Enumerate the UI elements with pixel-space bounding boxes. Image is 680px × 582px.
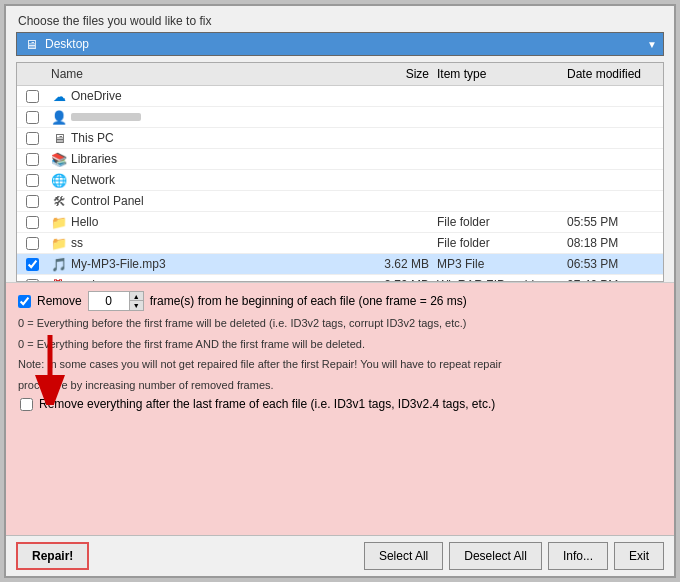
file-date-0 [563,95,663,97]
file-size-0 [363,95,433,97]
file-type-7: File folder [433,235,563,251]
spin-up-button[interactable]: ▲ [129,292,143,301]
file-type-3 [433,158,563,160]
file-size-4 [363,179,433,181]
file-list: Name Size Item type Date modified ☁OneDr… [16,62,664,282]
checkbox-7[interactable] [26,237,39,250]
remove-checkbox[interactable] [18,295,31,308]
checkbox-0[interactable] [26,90,39,103]
checkbox-4[interactable] [26,174,39,187]
dialog-title: Choose the files you would like to fix [6,6,674,32]
exit-button[interactable]: Exit [614,542,664,570]
file-name-8: My-MP3-File.mp3 [71,257,166,271]
col-header-name: Name [47,65,363,83]
file-name-6: Hello [71,215,98,229]
file-type-0 [433,95,563,97]
info-button[interactable]: Info... [548,542,608,570]
checkbox-6[interactable] [26,216,39,229]
controlpanel-icon: 🛠 [51,193,67,209]
file-type-2 [433,137,563,139]
table-row: 🖥This PC [17,128,663,149]
chevron-down-icon: ▼ [647,39,657,50]
file-type-8: MP3 File [433,256,563,272]
checkbox-8[interactable] [26,258,39,271]
file-size-2 [363,137,433,139]
table-row: ☁OneDrive [17,86,663,107]
table-row: 🛠Control Panel [17,191,663,212]
file-date-8: 06:53 PM [563,256,663,272]
checkbox-2[interactable] [26,132,39,145]
deselect-all-button[interactable]: Deselect All [449,542,542,570]
checkbox-3[interactable] [26,153,39,166]
row-checkbox-5[interactable] [17,195,47,208]
folder-icon: 📁 [51,214,67,230]
table-row: 🎵My-MP3-File.mp3 3.62 MB MP3 File 06:53 … [17,254,663,275]
frame-input[interactable] [89,292,129,310]
checkbox-5[interactable] [26,195,39,208]
person-icon: 👤 [51,109,67,125]
file-size-3 [363,158,433,160]
file-size-6 [363,221,433,223]
col-header-date: Date modified [563,65,663,83]
remove-last-label: Remove everything after the last frame o… [39,397,495,411]
header-check [17,65,47,83]
row-checkbox-2[interactable] [17,132,47,145]
table-row: 📁Hello File folder 05:55 PM [17,212,663,233]
file-date-1 [563,116,663,118]
file-date-5 [563,200,663,202]
row-checkbox-3[interactable] [17,153,47,166]
table-row: 📁ss File folder 08:18 PM [17,233,663,254]
checkbox-1[interactable] [26,111,39,124]
main-dialog: Choose the files you would like to fix 🖥… [4,4,676,578]
file-size-8: 3.62 MB [363,256,433,272]
info-text-4: procedure by increasing number of remove… [18,377,662,394]
col-header-size: Size [363,65,433,83]
file-name-1 [71,113,141,121]
file-name-4: Network [71,173,115,187]
file-type-6: File folder [433,214,563,230]
file-date-7: 08:18 PM [563,235,663,251]
onedrive-icon: ☁ [51,88,67,104]
row-checkbox-0[interactable] [17,90,47,103]
repair-button[interactable]: Repair! [16,542,89,570]
info-text-2: 0 = Everything before the first frame AN… [18,336,662,353]
table-row: 🗜ss.zip 2.79 MB WinRAR ZIP archive 07:46… [17,275,663,282]
bottom-section: Remove ▲ ▼ frame(s) from he beginning of… [6,282,674,535]
row-checkbox-1[interactable] [17,111,47,124]
location-label: Desktop [45,37,89,51]
file-name-5: Control Panel [71,194,144,208]
file-type-1 [433,116,563,118]
red-arrow-icon [32,335,68,405]
table-row: 🌐Network [17,170,663,191]
location-bar: 🖥 Desktop ▼ [16,32,664,56]
spin-down-button[interactable]: ▼ [129,301,143,310]
file-name-3: Libraries [71,152,117,166]
remove-label: Remove [37,294,82,308]
remove-row: Remove ▲ ▼ frame(s) from he beginning of… [18,291,662,311]
info-text-1: 0 = Everything before the first frame wi… [18,315,662,332]
remove-suffix-label: frame(s) from he beginning of each file … [150,294,467,308]
row-checkbox-7[interactable] [17,237,47,250]
spinner-arrows: ▲ ▼ [129,292,143,310]
row-checkbox-4[interactable] [17,174,47,187]
file-size-1 [363,116,433,118]
file-date-3 [563,158,663,160]
row-checkbox-8[interactable] [17,258,47,271]
file-name-0: OneDrive [71,89,122,103]
file-size-5 [363,200,433,202]
frame-spinner[interactable]: ▲ ▼ [88,291,144,311]
table-row: 📚Libraries [17,149,663,170]
file-date-4 [563,179,663,181]
select-all-button[interactable]: Select All [364,542,443,570]
file-list-header: Name Size Item type Date modified [17,63,663,86]
libraries-icon: 📚 [51,151,67,167]
row-checkbox-6[interactable] [17,216,47,229]
location-dropdown[interactable]: 🖥 Desktop ▼ [16,32,664,56]
col-header-type: Item type [433,65,563,83]
mp3-icon: 🎵 [51,256,67,272]
pc-icon: 🖥 [51,130,67,146]
file-date-2 [563,137,663,139]
info-text-3: Note: In some cases you will not get rep… [18,356,662,373]
file-type-4 [433,179,563,181]
file-type-5 [433,200,563,202]
